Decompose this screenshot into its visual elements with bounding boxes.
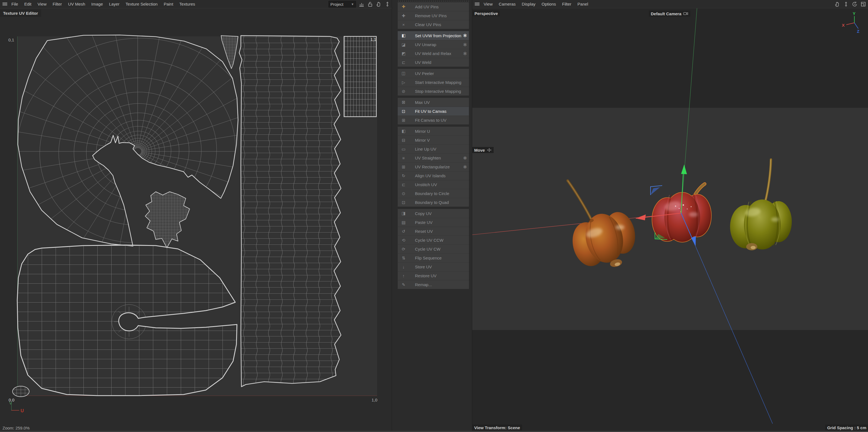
uv-command-row[interactable]: ◨ Copy UV ✱: [398, 209, 469, 218]
menu-item[interactable]: Cameras: [499, 2, 516, 6]
gear-icon[interactable]: ✱: [463, 155, 467, 161]
uv-command-row[interactable]: ↑ Restore UV ✱: [398, 271, 469, 280]
viewport-3d[interactable]: Y X Z Perspective Default Camera Move: [472, 8, 868, 424]
uv-island-strip[interactable]: [239, 36, 341, 387]
uv-command-row[interactable]: ✚ Remove UV Pins ✱: [398, 11, 469, 20]
command-label: UV Weld and Relax: [415, 51, 452, 56]
uv-command-row[interactable]: ⊏ Unstitch UV ✱: [398, 180, 469, 189]
uv-command-row[interactable]: ▷ Start Interactive Mapping ✱: [398, 78, 469, 87]
uv-command-panel: ✚ Add UV Pins ✱ ✚ Remove UV Pins ✱ × Cle…: [392, 0, 472, 432]
object-green-pepper[interactable]: [730, 160, 792, 250]
uv-command-row[interactable]: ⊠ Max UV ✱: [398, 98, 469, 107]
command-label: UV Straighten: [415, 156, 441, 160]
texture-uv-editor-pane: FileEditViewFilterUV MeshImageLayerTextu…: [0, 0, 392, 432]
command-label: Flip Sequence: [415, 256, 442, 260]
uv-command-row[interactable]: ⊘ Stop Interactive Mapping ✱: [398, 87, 469, 96]
command-label: Cycle UV CW: [415, 247, 440, 252]
move-tool-icon: [487, 148, 492, 152]
gizmo-y-label: Y: [853, 11, 856, 16]
uv-command-row[interactable]: ▭ Line Up UV ✱: [398, 144, 469, 153]
command-label: Store UV: [415, 264, 432, 269]
uv-command-row[interactable]: ↻ Align UV Islands ✱: [398, 171, 469, 180]
uv-command-row[interactable]: ⊡ Fit UV to Canvas ✱: [398, 107, 469, 115]
command-label: Max UV: [415, 100, 430, 105]
uv-command-row[interactable]: ◧ Mirror U ✱: [398, 127, 469, 136]
command-label: Boundary to Quad: [415, 200, 449, 205]
command-icon: ◨: [401, 211, 406, 216]
command-icon: ⊞: [401, 118, 406, 123]
menu-item[interactable]: Display: [522, 2, 535, 6]
command-icon: ⟳: [401, 247, 406, 252]
orientation-gizmo[interactable]: Y X Z: [842, 11, 859, 34]
uv-command-row[interactable]: ⊏ UV Weld ✱: [398, 58, 469, 67]
maximize-icon[interactable]: [860, 1, 866, 7]
uv-command-row[interactable]: ✎ Remap... ✱: [398, 280, 469, 289]
command-icon: ⟲: [401, 238, 406, 243]
gizmo-z-label: Z: [857, 29, 859, 34]
gear-icon[interactable]: ✱: [463, 42, 467, 47]
command-label: Set UVW from Projection: [415, 33, 461, 38]
object-red-pepper-selected[interactable]: [652, 184, 711, 242]
command-label: Restore UV: [415, 273, 437, 278]
uv-command-row[interactable]: ◪ UV Unwrap ✱: [398, 40, 469, 49]
menu-item[interactable]: Options: [541, 2, 556, 6]
command-icon: ◧: [401, 33, 406, 38]
command-label: Start Interactive Mapping: [415, 80, 461, 85]
command-icon: ≡: [401, 156, 406, 160]
viewport-scene: Y X Z: [472, 8, 868, 424]
uv-command-row[interactable]: ↓ Store UV ✱: [398, 262, 469, 271]
zoom-status: Zoom: 259.0%: [2, 426, 30, 430]
uv-island-grid-rect[interactable]: [344, 36, 376, 117]
uv-command-row[interactable]: ⇅ Flip Sequence ✱: [398, 253, 469, 262]
object-pumpkin[interactable]: [567, 180, 640, 269]
command-icon: ⊏: [401, 60, 406, 65]
uv-command-row[interactable]: ⊟ Mirror V ✱: [398, 136, 469, 144]
gear-icon[interactable]: ✱: [463, 164, 467, 170]
view-label-chip[interactable]: Perspective: [472, 10, 500, 16]
uv-command-row[interactable]: × Clear UV Pins ✱: [398, 20, 469, 29]
uv-island-small-ellipse[interactable]: [12, 386, 29, 397]
command-label: Paste UV: [415, 220, 432, 225]
uv-command-row[interactable]: ◩ UV Weld and Relax ✱: [398, 49, 469, 58]
command-label: Fit UV to Canvas: [415, 109, 446, 113]
hamburger-menu-icon[interactable]: [475, 2, 479, 6]
tool-label-chip[interactable]: Move: [472, 147, 494, 153]
menu-item[interactable]: Panel: [577, 2, 588, 6]
camera-label-chip[interactable]: Default Camera: [649, 10, 690, 17]
command-icon: ✎: [401, 282, 406, 287]
command-label: Copy UV: [415, 211, 432, 216]
command-icon: ✚: [401, 13, 406, 18]
uv-command-row[interactable]: ⟲ Cycle UV CCW ✱: [398, 236, 469, 244]
uv-command-row[interactable]: ≡ UV Straighten ✱: [398, 153, 469, 162]
command-icon: ⊏: [401, 182, 406, 187]
uv-command-row[interactable]: ↺ Reset UV ✱: [398, 227, 469, 236]
uv-command-row[interactable]: ⟳ Cycle UV CW ✱: [398, 244, 469, 253]
uv-island-bottom[interactable]: [17, 245, 237, 396]
gear-icon[interactable]: ✱: [463, 33, 467, 39]
gear-icon[interactable]: ✱: [463, 51, 467, 56]
command-icon: ⊞: [401, 164, 406, 169]
uv-island-star[interactable]: [145, 192, 190, 248]
command-icon: ↓: [401, 264, 406, 269]
uv-command-row[interactable]: ◫ UV Peeler ✱: [398, 69, 469, 78]
uv-command-row[interactable]: ⊞ Fit Canvas to UV ✱: [398, 115, 469, 125]
command-label: Line Up UV: [415, 147, 436, 152]
menu-item[interactable]: Filter: [562, 2, 571, 6]
uv-command-list: ✚ Add UV Pins ✱ ✚ Remove UV Pins ✱ × Cle…: [398, 2, 469, 289]
uv-command-row[interactable]: ◧ Set UVW from Projection ✱: [398, 31, 469, 40]
uv-command-row[interactable]: ⊞ UV Rectangularize ✱: [398, 162, 469, 171]
viewport-pane: ViewCamerasDisplayOptionsFilterPanel: [472, 0, 868, 432]
move-updown-icon[interactable]: [843, 1, 849, 7]
uv-command-row[interactable]: ▤ Paste UV ✱: [398, 218, 469, 227]
menu-item[interactable]: View: [484, 2, 493, 6]
uv-command-row[interactable]: ⊡ Boundary to Quad ✱: [398, 198, 469, 207]
rotate-icon[interactable]: [851, 1, 858, 7]
command-icon: ↑: [401, 273, 406, 278]
command-icon: ↺: [401, 229, 406, 234]
pan-hand-icon[interactable]: [834, 1, 840, 7]
uv-command-row[interactable]: ⊙ Boundary to Circle ✱: [398, 189, 469, 198]
uv-command-row[interactable]: ✚ Add UV Pins ✱: [398, 2, 469, 11]
uv-wireframe-layer[interactable]: [0, 0, 392, 432]
panel-drag-handle[interactable]: [398, 1, 469, 1]
command-label: Boundary to Circle: [415, 191, 449, 196]
